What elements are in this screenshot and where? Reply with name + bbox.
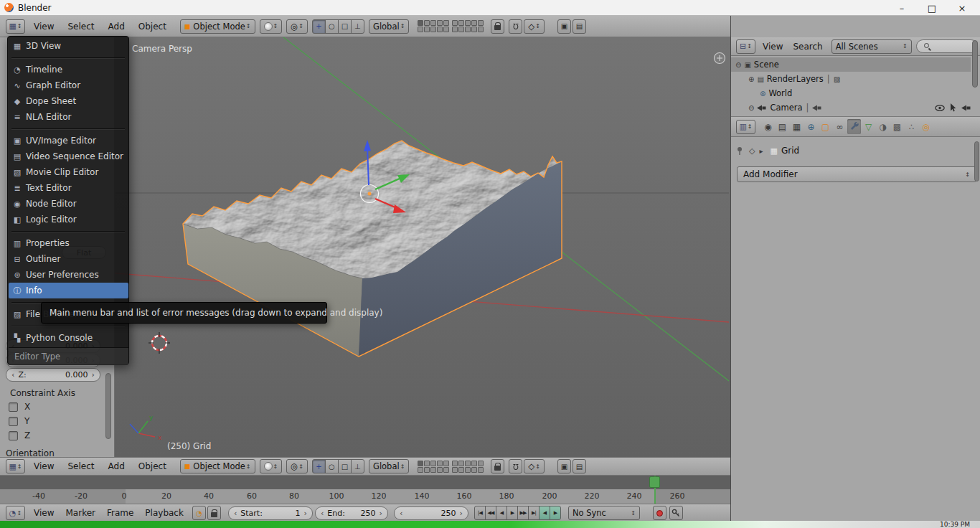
menu-select[interactable]: Select (67, 461, 94, 471)
menu-item-python-console[interactable]: ▚Python Console (9, 330, 128, 346)
manipulator-rotate-toggle[interactable]: ○ (325, 459, 339, 473)
decrement-arrow-icon[interactable] (319, 509, 326, 518)
decrement-arrow-icon[interactable] (397, 509, 405, 518)
play-button[interactable]: ▶ (507, 506, 518, 520)
menu-add[interactable]: Add (108, 22, 125, 32)
terrain-object[interactable] (183, 141, 562, 357)
editor-type-button[interactable]: ▦↕ (6, 19, 25, 34)
layers-group-2[interactable] (452, 20, 484, 32)
outliner-scrollbar[interactable] (972, 40, 978, 88)
sync-dropdown[interactable]: No Sync↕ (568, 506, 640, 520)
mode-dropdown[interactable]: ■Object Mode↕ (180, 19, 255, 34)
checkbox-icon[interactable] (9, 402, 18, 412)
editor-type-button[interactable]: ▥↕ (736, 120, 755, 134)
snap-toggle[interactable]: Ω (509, 459, 522, 473)
timeline-ruler[interactable]: -40 -20 0 20 40 60 80 100 120 140 160 18… (0, 489, 730, 504)
expander-icon[interactable]: ⊖ (735, 61, 741, 69)
menu-item-dope-sheet[interactable]: ◆Dope Sheet (9, 93, 128, 109)
timeline-menu-frame[interactable]: Frame (107, 508, 133, 518)
preview-range-toggle[interactable]: ◔ (192, 506, 206, 520)
menu-item-timeline[interactable]: ◔Timeline (9, 62, 128, 77)
decrement-arrow-icon[interactable] (232, 509, 239, 518)
constraint-y-checkbox[interactable]: Y (9, 416, 29, 426)
menu-item-nla-editor[interactable]: ≡NLA Editor (9, 109, 128, 125)
scene-lock-toggle[interactable] (491, 19, 504, 34)
play-reverse-alt-button[interactable]: ◀ (539, 506, 550, 520)
orientation-dropdown[interactable]: Global↕ (369, 19, 409, 34)
manipulator-rotate-toggle[interactable]: ○ (325, 19, 339, 34)
snap-toggle[interactable]: Ω (509, 19, 522, 34)
tab-world[interactable]: ⊕ (804, 119, 818, 134)
prev-keyframe-button[interactable]: ◀◀ (485, 506, 496, 520)
editor-type-button[interactable]: ▦↕ (6, 459, 25, 473)
view-properties-plus-button[interactable] (715, 53, 725, 64)
opengl-render-anim-button[interactable]: ▤ (573, 459, 586, 473)
outliner-menu-view[interactable]: View (763, 42, 783, 52)
checkbox-icon[interactable] (9, 431, 18, 440)
windows-taskbar[interactable]: 10:39 PM (0, 521, 980, 528)
increment-arrow-icon[interactable] (90, 370, 97, 380)
expander-icon[interactable]: ⊖ (748, 104, 754, 112)
manipulator-translate-toggle[interactable]: + (312, 459, 326, 473)
end-frame-field[interactable]: End:250 (315, 506, 388, 520)
menu-item-user-preferences[interactable]: ⊛User Preferences (9, 267, 128, 283)
mode-dropdown[interactable]: ■Object Mode↕ (180, 459, 255, 473)
selectable-cursor-icon[interactable] (950, 103, 956, 112)
scene-lock-toggle[interactable] (491, 459, 504, 473)
menu-item-node-editor[interactable]: ◉Node Editor (9, 196, 128, 212)
next-keyframe-button[interactable]: ▶▶ (517, 506, 529, 520)
layers-group-1[interactable] (418, 20, 449, 32)
manipulator-axis-toggle[interactable]: ⊥ (351, 459, 364, 473)
shading-dropdown[interactable]: ↕ (260, 459, 283, 473)
z-value-field[interactable]: Z:0.000 (6, 368, 100, 382)
opengl-render-still-button[interactable]: ▣ (557, 19, 571, 34)
menu-object[interactable]: Object (138, 461, 166, 471)
tab-modifiers[interactable] (847, 119, 861, 134)
timeline-menu-marker[interactable]: Marker (65, 508, 95, 518)
increment-arrow-icon[interactable] (377, 509, 385, 518)
decrement-arrow-icon[interactable] (9, 370, 17, 380)
manipulator-translate-toggle[interactable]: + (312, 19, 326, 34)
display-filter-dropdown[interactable]: All Scenes↕ (831, 39, 912, 54)
keying-set-button[interactable] (669, 506, 683, 520)
menu-item-logic-editor[interactable]: ◧Logic Editor (9, 212, 128, 227)
checkbox-icon[interactable] (9, 417, 18, 426)
manipulator-axis-toggle[interactable]: ⊥ (351, 19, 364, 34)
tab-render-layers[interactable]: ▤ (776, 119, 789, 134)
jump-to-end-button[interactable]: ▶| (528, 506, 540, 520)
constraint-z-checkbox[interactable]: Z (9, 430, 30, 440)
menu-add[interactable]: Add (108, 461, 125, 471)
maximize-button[interactable]: □ (917, 0, 947, 16)
timeline-menu-view[interactable]: View (34, 508, 54, 518)
menu-item-graph-editor[interactable]: ∿Graph Editor (9, 77, 128, 93)
outliner-row-renderlayers[interactable]: ⊕ ▤ RenderLayers | ▨ (731, 72, 980, 86)
tab-material[interactable]: ◑ (876, 119, 890, 134)
menu-item-movie-clip-editor[interactable]: ▧Movie Clip Editor (9, 164, 128, 180)
tab-object[interactable]: ▢ (819, 119, 832, 134)
menu-item-info[interactable]: ⓘInfo (9, 283, 128, 298)
timeline-canvas[interactable]: -40 -20 0 20 40 60 80 100 120 140 160 18… (0, 476, 730, 504)
add-modifier-dropdown[interactable]: Add Modifier↕ (737, 166, 976, 182)
tab-particles[interactable]: ∴ (905, 119, 918, 134)
menu-object[interactable]: Object (138, 22, 166, 32)
tool-shelf-scrollbar[interactable] (105, 373, 111, 439)
shading-dropdown[interactable]: ↕ (260, 19, 283, 34)
menu-item-properties[interactable]: ▥Properties (9, 235, 128, 251)
increment-arrow-icon[interactable] (302, 509, 309, 518)
minimize-button[interactable]: – (887, 0, 917, 16)
outliner-row-scene[interactable]: ⊖ ▣ Scene (731, 57, 971, 72)
outliner-menu-search[interactable]: Search (793, 42, 822, 52)
current-frame-marker[interactable] (649, 476, 660, 488)
opengl-render-anim-button[interactable]: ▤ (573, 19, 586, 34)
menu-item-uv-image-editor[interactable]: ▣UV/Image Editor (9, 133, 128, 148)
eye-visibility-icon[interactable] (935, 105, 945, 111)
outliner-row-world[interactable]: ⊛ World (731, 86, 980, 100)
snap-element-dropdown[interactable]: ◇↕ (524, 459, 545, 473)
layers-group-2[interactable] (452, 461, 484, 473)
layer-cell[interactable] (418, 20, 423, 26)
area-divider[interactable] (730, 16, 731, 522)
tab-render[interactable]: ◉ (761, 119, 775, 134)
play-reverse-button[interactable]: ◀ (496, 506, 507, 520)
tab-scene[interactable]: ▦ (790, 119, 804, 134)
current-frame-field[interactable]: 250 (394, 506, 468, 520)
